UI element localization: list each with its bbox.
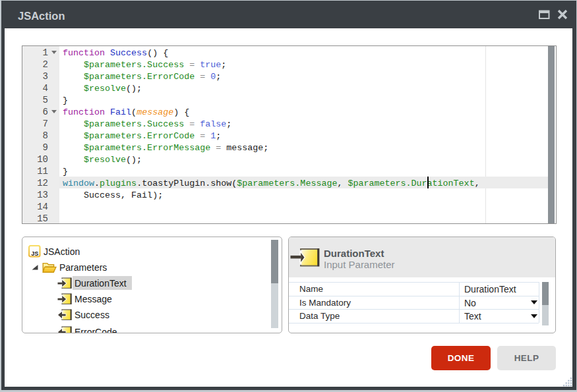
svg-text:JS: JS [31,250,38,257]
